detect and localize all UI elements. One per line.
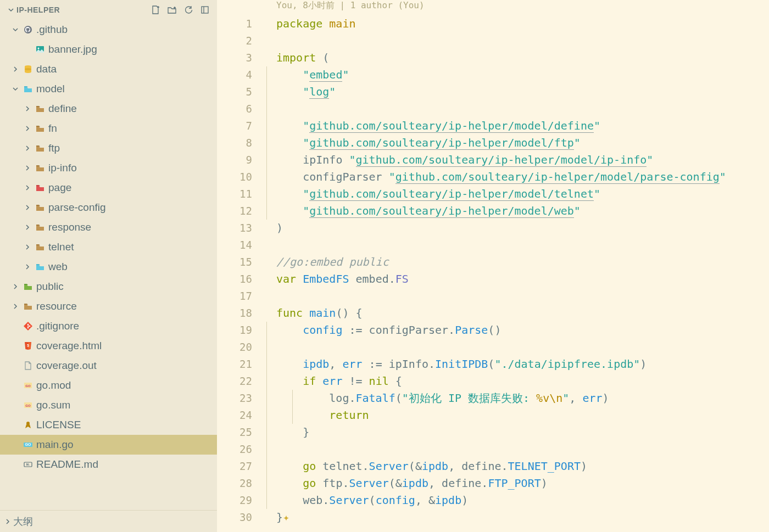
code-source[interactable]: ) [265,220,769,237]
code-line[interactable]: 15//go:embed public [217,254,769,271]
code-source[interactable]: func main() { [265,305,769,322]
code-source[interactable] [265,339,769,356]
code-line[interactable]: 23 log.Fatalf("初始化 IP 数据库失败: %v\n", err) [217,390,769,407]
tree-item-resource[interactable]: resource [0,296,217,316]
code-line[interactable]: 18func main() { [217,305,769,322]
code-line[interactable]: 27 go telnet.Server(&ipdb, define.TELNET… [217,458,769,475]
chevron-right-icon[interactable] [22,244,33,250]
code-source[interactable]: "log" [265,83,769,100]
code-source[interactable]: ipInfo "github.com/soulteary/ip-helper/m… [265,152,769,169]
code-source[interactable] [265,100,769,117]
tree-item-LICENSE[interactable]: LICENSE [0,415,217,435]
code-source[interactable]: return [265,407,769,424]
chevron-right-icon[interactable] [22,145,33,152]
code-line[interactable]: 8 "github.com/soulteary/ip-helper/model/… [217,135,769,152]
code-line[interactable]: 19 config := configParser.Parse() [217,322,769,339]
new-folder-icon[interactable] [165,3,179,16]
code-line[interactable]: 1package main [217,15,769,32]
code-line[interactable]: 4 "embed" [217,66,769,83]
tree-item-main-go[interactable]: GOmain.go [0,435,217,455]
tree-item-go-sum[interactable]: GOgo.sum [0,395,217,415]
tree-item-web[interactable]: web [0,257,217,277]
tree-item-coverage-out[interactable]: coverage.out [0,356,217,376]
code-line[interactable]: 24 return [217,407,769,424]
code-source[interactable] [265,32,769,49]
tree-item-banner-jpg[interactable]: banner.jpg [0,40,217,59]
outline-panel[interactable]: 大纲 [0,510,217,532]
code-line[interactable]: 9 ipInfo "github.com/soulteary/ip-helper… [217,152,769,169]
tree-item-fn[interactable]: fn [0,119,217,138]
chevron-down-icon[interactable] [5,7,16,13]
code-content[interactable]: 1package main23import (4 "embed"5 "log"6… [217,15,769,526]
tree-item-model[interactable]: model [0,79,217,99]
code-source[interactable]: "github.com/soulteary/ip-helper/model/te… [265,186,769,203]
code-source[interactable]: web.Server(config, &ipdb) [265,492,769,509]
code-source[interactable] [265,237,769,254]
code-source[interactable]: configParser "github.com/soulteary/ip-he… [265,169,769,186]
code-source[interactable]: //go:embed public [265,254,769,271]
code-line[interactable]: 29 web.Server(config, &ipdb) [217,492,769,509]
code-line[interactable]: 20 [217,339,769,356]
code-line[interactable]: 30}✦ [217,509,769,526]
code-line[interactable]: 7 "github.com/soulteary/ip-helper/model/… [217,117,769,135]
chevron-right-icon[interactable] [10,303,21,310]
code-source[interactable]: "github.com/soulteary/ip-helper/model/we… [265,203,769,220]
code-source[interactable]: package main [265,15,769,32]
code-source[interactable]: } [265,424,769,441]
tree-item-telnet[interactable]: telnet [0,237,217,257]
tree-item-coverage-html[interactable]: 5coverage.html [0,336,217,356]
tree-item-response[interactable]: response [0,217,217,237]
code-line[interactable]: 14 [217,237,769,254]
chevron-right-icon[interactable] [22,204,33,211]
tree-item-README-md[interactable]: M↓README.md [0,455,217,474]
chevron-right-icon[interactable] [10,66,21,72]
chevron-right-icon[interactable] [22,184,33,191]
tree-item--gitignore[interactable]: .gitignore [0,316,217,336]
tree-item--github[interactable]: .github [0,20,217,40]
chevron-right-icon[interactable] [10,283,21,290]
code-line[interactable]: 13) [217,220,769,237]
code-line[interactable]: 2 [217,32,769,49]
tree-item-data[interactable]: data [0,59,217,79]
code-source[interactable]: "github.com/soulteary/ip-helper/model/ft… [265,135,769,152]
code-line[interactable]: 25 } [217,424,769,441]
chevron-right-icon[interactable] [22,125,33,132]
chevron-right-icon[interactable] [22,165,33,171]
code-source[interactable]: var EmbedFS embed.FS [265,271,769,288]
code-source[interactable]: ipdb, err := ipInfo.InitIPDB("./data/ipi… [265,356,769,373]
code-line[interactable]: 26 [217,441,769,458]
code-source[interactable]: "github.com/soulteary/ip-helper/model/de… [265,117,769,135]
code-source[interactable]: go ftp.Server(&ipdb, define.FTP_PORT) [265,475,769,492]
code-line[interactable]: 12 "github.com/soulteary/ip-helper/model… [217,203,769,220]
code-line[interactable]: 6 [217,100,769,117]
refresh-icon[interactable] [182,3,195,16]
code-line[interactable]: 5 "log" [217,83,769,100]
chevron-right-icon[interactable] [22,264,33,270]
tree-item-parse-config[interactable]: parse-config [0,198,217,217]
chevron-right-icon[interactable] [22,105,33,112]
code-source[interactable]: log.Fatalf("初始化 IP 数据库失败: %v\n", err) [265,390,769,407]
code-line[interactable]: 21 ipdb, err := ipInfo.InitIPDB("./data/… [217,356,769,373]
tree-item-go-mod[interactable]: GOgo.mod [0,376,217,395]
tree-item-public[interactable]: public [0,277,217,296]
code-source[interactable]: }✦ [265,509,769,526]
code-line[interactable]: 28 go ftp.Server(&ipdb, define.FTP_PORT) [217,475,769,492]
code-line[interactable]: 10 configParser "github.com/soulteary/ip… [217,169,769,186]
chevron-down-icon[interactable] [10,26,21,33]
collapse-icon[interactable] [198,3,211,16]
code-line[interactable]: 3import ( [217,49,769,66]
code-source[interactable]: go telnet.Server(&ipdb, define.TELNET_PO… [265,458,769,475]
code-line[interactable]: 16var EmbedFS embed.FS [217,271,769,288]
code-editor[interactable]: You, 8小时前 | 1 author (You) 1package main… [217,0,769,532]
code-line[interactable]: 22 if err != nil { [217,373,769,390]
code-line[interactable]: 17 [217,288,769,305]
code-source[interactable]: if err != nil { [265,373,769,390]
tree-item-ip-info[interactable]: ip-info [0,158,217,178]
code-source[interactable]: "embed" [265,66,769,83]
code-source[interactable]: import ( [265,49,769,66]
new-file-icon[interactable] [149,3,162,16]
code-source[interactable] [265,288,769,305]
code-source[interactable]: config := configParser.Parse() [265,322,769,339]
file-tree[interactable]: .githubbanner.jpgdatamodeldefinefnftpip-… [0,20,217,510]
tree-item-page[interactable]: page [0,178,217,198]
